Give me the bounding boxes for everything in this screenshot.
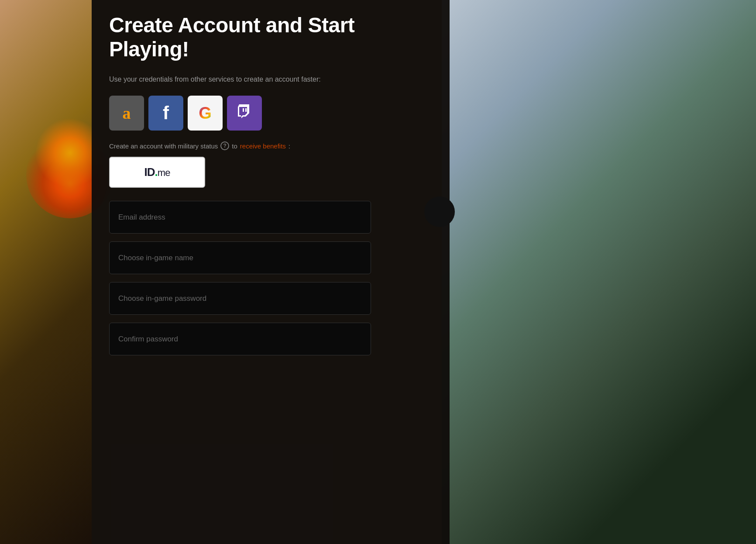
military-to-text: to — [232, 142, 237, 150]
facebook-icon: f — [163, 103, 169, 124]
dark-circle-overlay — [424, 196, 455, 227]
bg-right-tanks — [442, 0, 756, 544]
google-icon: G — [199, 104, 212, 123]
svg-rect-0 — [245, 108, 247, 112]
idme-me-part: me — [158, 167, 170, 178]
email-input[interactable] — [109, 201, 371, 234]
military-colon: : — [289, 142, 290, 150]
twitch-icon — [237, 103, 252, 123]
military-text-label: Create an account with military status — [109, 142, 218, 150]
amazon-login-button[interactable]: a — [109, 96, 144, 131]
facebook-login-button[interactable]: f — [148, 96, 183, 131]
gamename-input[interactable] — [109, 241, 371, 274]
bg-left-tanks — [0, 0, 92, 544]
military-status-section: Create an account with military status ?… — [109, 141, 432, 150]
idme-button[interactable]: ID.me — [109, 157, 205, 188]
amazon-icon: a — [123, 103, 131, 123]
svg-rect-1 — [243, 108, 244, 112]
page-title: Create Account and Start Playing! — [109, 13, 432, 61]
twitch-login-button[interactable] — [227, 96, 262, 131]
military-help-icon[interactable]: ? — [220, 141, 229, 150]
google-login-button[interactable]: G — [188, 96, 223, 131]
receive-benefits-link[interactable]: receive benefits — [240, 142, 286, 150]
subtitle-text: Use your credentials from other services… — [109, 74, 432, 85]
idme-logo: ID.me — [144, 165, 170, 179]
idme-id-part: ID — [144, 165, 155, 179]
password-input[interactable] — [109, 282, 371, 315]
confirm-password-input[interactable] — [109, 323, 371, 355]
registration-panel: Create Account and Start Playing! Use yo… — [92, 0, 450, 544]
social-login-section: a f G — [109, 96, 432, 131]
